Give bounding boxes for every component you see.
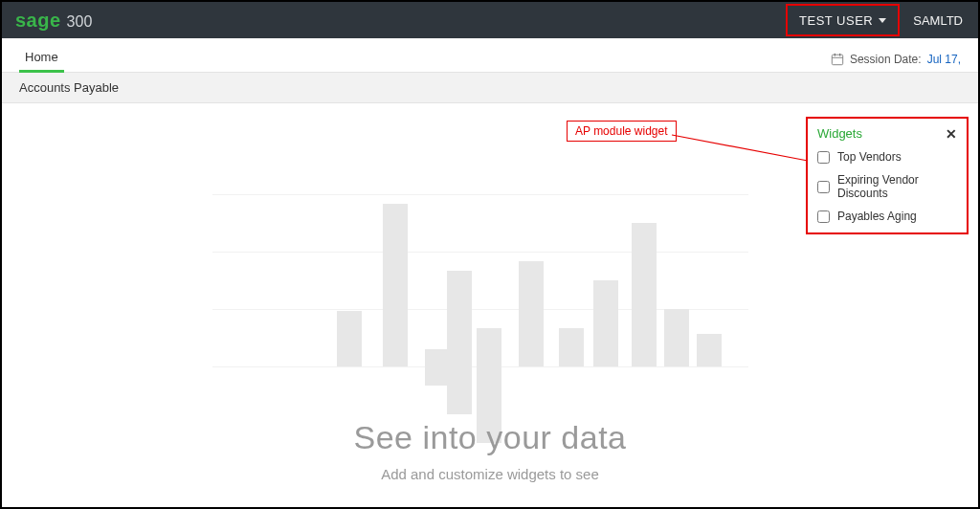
session-date-link[interactable]: Jul 17, xyxy=(927,53,961,66)
tab-row: Home Session Date: Jul 17, xyxy=(2,38,978,73)
session-date: Session Date: Jul 17, xyxy=(831,53,961,72)
widget-item-expiring-discounts[interactable]: Expiring Vendor Discounts xyxy=(817,173,957,200)
company-label[interactable]: SAMLTD xyxy=(903,2,978,38)
widget-checkbox[interactable] xyxy=(817,181,830,193)
widget-item-top-vendors[interactable]: Top Vendors xyxy=(817,150,957,164)
topbar: sage 300 TEST USER SAMLTD xyxy=(2,2,978,38)
widgets-header: Widgets ✕ xyxy=(817,126,957,141)
company-name: SAMLTD xyxy=(913,13,963,28)
module-bar: Accounts Payable xyxy=(2,73,978,103)
widgets-title: Widgets xyxy=(817,126,862,141)
tab-home[interactable]: Home xyxy=(19,42,64,72)
annotation-callout: AP module widget xyxy=(567,121,677,142)
topbar-right: TEST USER SAMLTD xyxy=(782,2,978,38)
user-menu[interactable]: TEST USER xyxy=(786,4,900,36)
calendar-icon xyxy=(831,53,844,66)
session-label: Session Date: xyxy=(850,53,922,66)
widgets-panel: Widgets ✕ Top Vendors Expiring Vendor Di… xyxy=(806,117,969,234)
empty-state-title: See into your data xyxy=(2,419,978,456)
close-icon[interactable]: ✕ xyxy=(946,127,957,141)
widget-label: Expiring Vendor Discounts xyxy=(837,173,957,200)
brand-name: sage xyxy=(15,10,61,32)
widget-checkbox[interactable] xyxy=(817,210,830,223)
empty-state-subtitle: Add and customize widgets to see xyxy=(2,466,978,482)
svg-rect-0 xyxy=(832,55,842,65)
widget-label: Payables Aging xyxy=(837,210,917,223)
widget-checkbox[interactable] xyxy=(817,151,830,164)
tab-home-label: Home xyxy=(25,50,58,64)
chevron-down-icon xyxy=(879,18,886,23)
widget-item-payables-aging[interactable]: Payables Aging xyxy=(817,210,957,223)
widget-label: Top Vendors xyxy=(837,150,902,164)
module-name: Accounts Payable xyxy=(19,80,119,95)
chart-background xyxy=(212,156,748,424)
annotation-text: AP module widget xyxy=(575,124,668,138)
user-name: TEST USER xyxy=(799,13,873,28)
empty-state: See into your data Add and customize wid… xyxy=(2,419,978,482)
main-area: See into your data Add and customize wid… xyxy=(2,103,978,507)
brand-product: 300 xyxy=(67,13,93,31)
brand: sage 300 xyxy=(2,10,92,32)
app-frame: sage 300 TEST USER SAMLTD Home Session D… xyxy=(0,0,980,509)
